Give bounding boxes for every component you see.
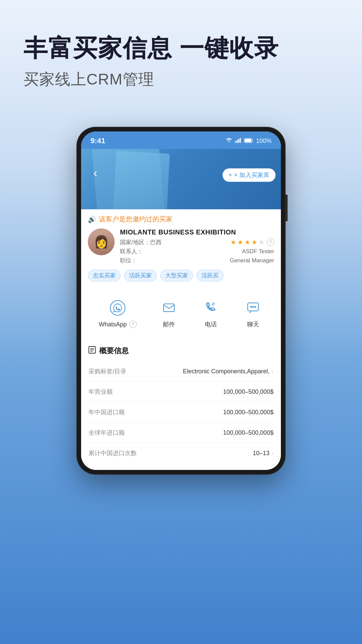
phone-label: 电话 [205,320,217,328]
tag-large: 大型买家 [160,270,193,281]
email-label: 邮件 [163,320,175,328]
customer-details: MIOLANTE BUSINESS EXHIBITION 国家/地区：巴西 ★ … [120,228,274,266]
action-chat[interactable]: 聊天 [243,298,263,328]
action-email[interactable]: 邮件 [159,298,179,328]
phone-outer: 9:41 [77,127,285,474]
whatsapp-label: WhatsApp ? [99,321,137,328]
signal-icon [235,138,241,145]
position-line: 职位：General Manager [120,257,274,264]
svg-point-10 [252,306,254,308]
svg-rect-5 [245,139,251,142]
summary-card: 概要信息 采购标签/目录 Electronic Components,Appar… [81,339,281,470]
star-3: ★ [244,238,250,246]
tags-row: 忠实买家 活跃买家 大型买家 活跃买 [88,270,274,281]
star-5: ★ [258,238,264,246]
main-title: 丰富买家信息 一键收录 [23,34,339,62]
svg-rect-3 [240,138,241,143]
summary-icon [88,346,96,356]
phone-inner: 9:41 [81,131,281,470]
global-import-value: 100,000–500,000$ [142,429,274,436]
category-chevron: › [272,368,274,375]
stars-container: ★ ★ ★ ★ ★ ? [230,238,274,246]
customer-notice: 🔊 该客户是您邀约过的买家 [88,215,274,224]
chat-icon-circle [243,298,263,318]
svg-point-6 [110,301,125,315]
avatar-image: 👩 [88,228,115,255]
header-section: 丰富买家信息 一键收录 买家线上CRM管理 [0,0,362,103]
add-icon: + [229,172,232,179]
status-bar: 9:41 [81,131,281,149]
notice-text: 该客户是您邀约过的买家 [99,215,173,224]
summary-title: 概要信息 [88,346,274,356]
svg-point-9 [250,306,252,308]
svg-rect-0 [235,141,236,143]
summary-row-revenue: 年营业额 100,000–500,000$ [88,382,274,402]
summary-row-cumulative[interactable]: 累计中国进口次数 10–13 › [88,443,274,463]
category-label: 采购标签/目录 [88,367,142,375]
add-buyer-label: + 加入买家库 [234,171,269,179]
wifi-icon [225,138,233,145]
cumulative-chevron: › [272,450,274,457]
status-icons: 100% [225,138,272,145]
chat-label: 聊天 [247,320,259,328]
star-4: ★ [251,238,257,246]
phone-icon-circle [201,298,221,318]
tag-active2: 活跃买 [196,270,224,281]
avatar: 👩 [88,228,115,255]
action-card: WhatsApp ? 邮件 [81,290,281,336]
battery-icon [244,138,253,145]
cumulative-value: 10–13 › [142,450,274,457]
star-2: ★ [237,238,243,246]
svg-rect-1 [237,140,238,143]
sub-title: 买家线上CRM管理 [23,69,339,90]
svg-rect-2 [238,139,239,143]
china-import-label: 年中国进口额 [88,408,142,416]
status-time: 9:41 [90,137,105,145]
global-import-label: 全球年进口额 [88,429,142,437]
svg-rect-7 [164,304,174,312]
tag-active: 活跃买家 [124,270,157,281]
notice-speaker-icon: 🔊 [88,215,96,223]
revenue-label: 年营业额 [88,388,142,396]
country-label-text: 国家/地区：巴西 [120,238,162,246]
whatsapp-help-icon[interactable]: ? [129,321,137,328]
category-value: Electronic Components,Apparel, › [142,368,274,375]
company-name: MIOLANTE BUSINESS EXHIBITION [120,228,274,236]
summary-title-text: 概要信息 [99,346,129,356]
actions-row: WhatsApp ? 邮件 [88,298,274,328]
action-phone[interactable]: 电话 [201,298,221,328]
contact-line: 联系人：ASDF Tester [120,248,274,255]
back-button[interactable] [88,166,103,181]
customer-info-row: 👩 MIOLANTE BUSINESS EXHIBITION 国家/地区：巴西 … [88,228,274,266]
revenue-value: 100,000–500,000$ [142,388,274,395]
add-buyer-button[interactable]: + + 加入买家库 [223,168,276,182]
cumulative-label: 累计中国进口次数 [88,449,142,457]
whatsapp-icon-circle [108,298,128,318]
phone-mockup: 9:41 [77,127,285,474]
action-whatsapp[interactable]: WhatsApp ? [99,298,137,328]
stars-help-icon[interactable]: ? [267,238,274,246]
summary-row-china-import: 年中国进口额 100,000–500,000$ [88,402,274,423]
battery-percentage: 100% [256,138,272,145]
china-import-value: 100,000–500,000$ [142,409,274,416]
hero-image: + + 加入买家库 [81,149,281,209]
summary-row-global-import: 全球年进口额 100,000–500,000$ [88,423,274,443]
summary-row-category[interactable]: 采购标签/目录 Electronic Components,Apparel, › [88,361,274,382]
tag-loyal: 忠实买家 [88,270,121,281]
email-icon-circle [159,298,179,318]
star-1: ★ [230,238,236,246]
country-line: 国家/地区：巴西 ★ ★ ★ ★ ★ ? [120,238,274,246]
svg-point-11 [254,306,256,308]
customer-card: 🔊 该客户是您邀约过的买家 👩 MIOLANTE BUSINESS EXHIBI… [81,209,281,287]
